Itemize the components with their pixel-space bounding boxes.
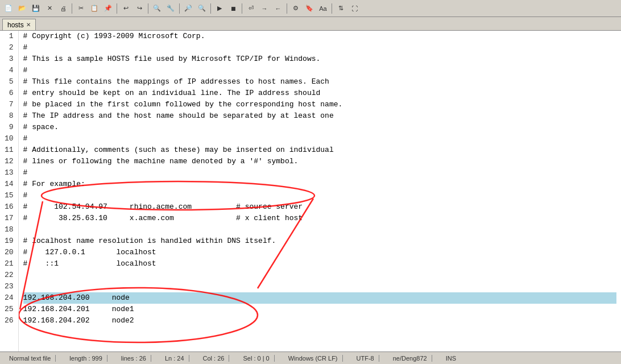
line-num-24: 24 <box>5 292 14 304</box>
sep8 <box>332 3 332 14</box>
sep4 <box>179 3 180 14</box>
tab-close-btn[interactable]: ✕ <box>26 22 31 28</box>
extra-status: ne/Deng872 <box>388 355 432 362</box>
code-line-13: # <box>23 167 616 179</box>
line-num-1: 1 <box>5 31 14 42</box>
save-btn[interactable]: 💾 <box>30 2 42 15</box>
zoom-out-btn[interactable]: 🔍 <box>196 2 208 15</box>
replace-btn[interactable]: 🔧 <box>164 2 177 15</box>
code-line-2: # <box>23 42 616 53</box>
redo-btn[interactable]: ↪ <box>133 2 146 15</box>
zoom-in-btn[interactable]: 🔎 <box>182 2 194 15</box>
code-line-14: # For example: <box>23 179 616 190</box>
wrap-btn[interactable]: ⏎ <box>245 2 257 15</box>
code-line-10: # <box>23 133 616 144</box>
cut-btn[interactable]: ✂ <box>74 2 87 15</box>
line-num-2: 2 <box>5 42 14 53</box>
toolbar: 📄 📂 💾 ✕ 🖨 ✂ 📋 📌 ↩ ↪ 🔍 🔧 🔎 🔍 ▶ ⏹ ⏎ → ← ⚙ … <box>0 0 621 17</box>
bookmark-btn[interactable]: 🔖 <box>303 2 316 15</box>
encode-btn[interactable]: Aa <box>317 2 329 15</box>
line-num-9: 9 <box>5 122 14 133</box>
code-line-16: # 102.54.94.97 rhino.acme.com # source s… <box>23 201 616 213</box>
line-num-12: 12 <box>5 156 14 167</box>
line-num-18: 18 <box>5 224 14 235</box>
code-line-17: # 38.25.63.10 x.acme.com # x client host <box>23 213 616 224</box>
find-btn[interactable]: 🔍 <box>151 2 163 15</box>
code-line-12: # lines or following the machine name de… <box>23 156 616 167</box>
sep2 <box>117 3 117 14</box>
encoding-status: Windows (CR LF) <box>284 355 343 362</box>
line-num-10: 10 <box>5 133 14 144</box>
status-bar: Normal text file length : 999 lines : 26… <box>0 351 621 364</box>
new-btn[interactable]: 📄 <box>2 2 15 15</box>
charset-status: UTF-8 <box>352 355 379 362</box>
tab-label: hosts <box>7 21 24 29</box>
undo-btn[interactable]: ↩ <box>119 2 132 15</box>
line-num-21: 21 <box>5 258 14 270</box>
code-line-6: # entry should be kept on an individual … <box>23 88 616 99</box>
line-num-16: 16 <box>5 201 14 213</box>
code-line-9: # space. <box>23 122 616 133</box>
line-num-19: 19 <box>5 235 14 247</box>
sep7 <box>287 3 287 14</box>
ins-status: INS <box>441 355 461 362</box>
sep5 <box>210 3 211 14</box>
run-btn[interactable]: ▶ <box>213 2 226 15</box>
code-line-3: # This is a sample HOSTS file used by Mi… <box>23 53 616 65</box>
code-line-18 <box>23 224 616 235</box>
line-num-17: 17 <box>5 213 14 224</box>
line-num-25: 25 <box>5 304 14 315</box>
code-line-20: # 127.0.0.1 localhost <box>23 247 616 258</box>
code-line-25: 192.168.204.201 node1 <box>23 304 616 315</box>
outdent-btn[interactable]: ← <box>272 2 284 15</box>
length-status: length : 999 <box>65 355 107 362</box>
file-type-status: Normal text file <box>5 355 56 362</box>
ln-status: Ln : 24 <box>160 355 189 362</box>
sep6 <box>242 3 242 14</box>
macro-btn[interactable]: ⚙ <box>289 2 302 15</box>
line-num-26: 26 <box>5 315 14 326</box>
line-num-3: 3 <box>5 53 14 65</box>
line-num-13: 13 <box>5 167 14 179</box>
code-line-23 <box>23 281 616 292</box>
code-line-5: # This file contains the mappings of IP … <box>23 76 616 88</box>
tab-bar: hosts ✕ <box>0 17 621 31</box>
fullscreen-btn[interactable]: ⛶ <box>348 2 361 15</box>
hosts-tab[interactable]: hosts ✕ <box>2 19 36 30</box>
line-num-23: 23 <box>5 281 14 292</box>
line-num-15: 15 <box>5 190 14 201</box>
sep3 <box>148 3 148 14</box>
line-num-22: 22 <box>5 270 14 281</box>
code-line-21: # ::1 localhost <box>23 258 616 270</box>
sep1 <box>72 3 72 14</box>
code-line-19: # localhost name resolution is handled w… <box>23 235 616 247</box>
code-line-8: # The IP address and the host name shoul… <box>23 110 616 122</box>
print-btn[interactable]: 🖨 <box>57 2 69 15</box>
code-area[interactable]: # Copyright (c) 1993-2009 Microsoft Corp… <box>19 31 621 351</box>
line-numbers: 1 2 3 4 5 6 7 8 9 10 11 12 13 14 15 16 1… <box>0 31 19 351</box>
code-line-1: # Copyright (c) 1993-2009 Microsoft Corp… <box>23 31 616 42</box>
editor-content[interactable]: 1 2 3 4 5 6 7 8 9 10 11 12 13 14 15 16 1… <box>0 31 621 351</box>
paste-btn[interactable]: 📌 <box>102 2 114 15</box>
stop-btn[interactable]: ⏹ <box>227 2 239 15</box>
col-status: Col : 26 <box>198 355 230 362</box>
line-num-4: 4 <box>5 65 14 76</box>
line-num-6: 6 <box>5 88 14 99</box>
code-line-4: # <box>23 65 616 76</box>
code-line-7: # be placed in the first column followed… <box>23 99 616 110</box>
synscroll-btn[interactable]: ⇅ <box>334 2 347 15</box>
sel-status: Sel : 0 | 0 <box>238 355 274 362</box>
line-num-11: 11 <box>5 144 14 156</box>
line-num-7: 7 <box>5 99 14 110</box>
code-line-26: 192.168.204.202 node2 <box>23 315 616 326</box>
code-line-22 <box>23 270 616 281</box>
copy-btn[interactable]: 📋 <box>88 2 101 15</box>
line-num-20: 20 <box>5 247 14 258</box>
line-num-8: 8 <box>5 110 14 122</box>
code-line-15: # <box>23 190 616 201</box>
line-num-14: 14 <box>5 179 14 190</box>
indent-btn[interactable]: → <box>258 2 271 15</box>
close-btn[interactable]: ✕ <box>43 2 56 15</box>
open-btn[interactable]: 📂 <box>16 2 28 15</box>
editor-container: 1 2 3 4 5 6 7 8 9 10 11 12 13 14 15 16 1… <box>0 31 621 351</box>
